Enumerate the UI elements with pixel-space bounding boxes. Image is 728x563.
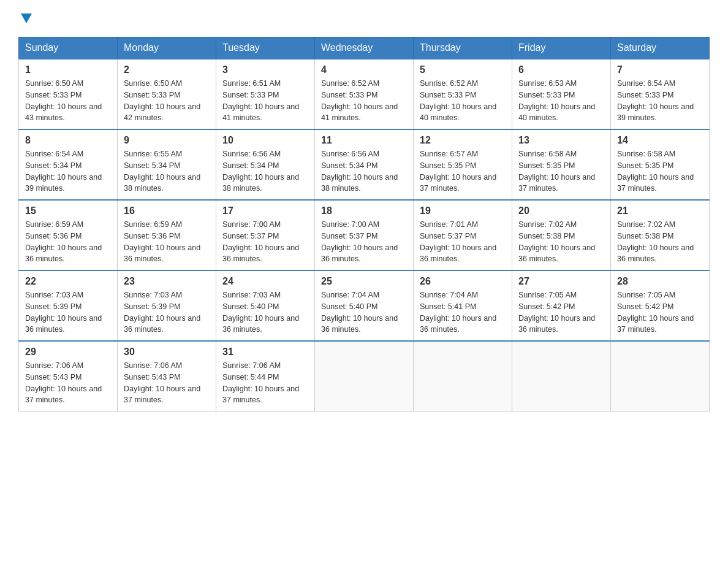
logo — [18, 12, 33, 25]
day-info: Sunrise: 7:00 AMSunset: 5:37 PMDaylight:… — [222, 219, 308, 265]
calendar-cell — [414, 341, 512, 412]
day-info: Sunrise: 6:52 AMSunset: 5:33 PMDaylight:… — [321, 78, 407, 124]
day-number: 30 — [124, 347, 210, 358]
day-info: Sunrise: 7:06 AMSunset: 5:43 PMDaylight:… — [25, 360, 111, 406]
calendar-cell: 27Sunrise: 7:05 AMSunset: 5:42 PMDayligh… — [512, 270, 611, 341]
day-info: Sunrise: 6:54 AMSunset: 5:34 PMDaylight:… — [25, 148, 111, 194]
day-info: Sunrise: 6:58 AMSunset: 5:35 PMDaylight:… — [518, 148, 604, 194]
day-number: 9 — [124, 135, 210, 146]
col-header-saturday: Saturday — [611, 37, 710, 59]
calendar-cell: 10Sunrise: 6:56 AMSunset: 5:34 PMDayligh… — [216, 129, 315, 200]
col-header-sunday: Sunday — [19, 37, 118, 59]
page-header — [18, 12, 710, 25]
col-header-wednesday: Wednesday — [315, 37, 414, 59]
calendar-cell: 13Sunrise: 6:58 AMSunset: 5:35 PMDayligh… — [512, 129, 611, 200]
calendar-cell: 3Sunrise: 6:51 AMSunset: 5:33 PMDaylight… — [216, 59, 315, 129]
logo-arrow-icon — [20, 11, 33, 25]
day-info: Sunrise: 6:59 AMSunset: 5:36 PMDaylight:… — [25, 219, 111, 265]
day-info: Sunrise: 6:59 AMSunset: 5:36 PMDaylight:… — [124, 219, 210, 265]
day-number: 15 — [25, 205, 111, 216]
calendar-cell: 24Sunrise: 7:03 AMSunset: 5:40 PMDayligh… — [216, 270, 315, 341]
calendar-cell: 16Sunrise: 6:59 AMSunset: 5:36 PMDayligh… — [118, 200, 216, 270]
day-info: Sunrise: 7:01 AMSunset: 5:37 PMDaylight:… — [420, 219, 506, 265]
day-number: 26 — [420, 276, 506, 287]
calendar-cell: 9Sunrise: 6:55 AMSunset: 5:34 PMDaylight… — [118, 129, 216, 200]
day-info: Sunrise: 7:03 AMSunset: 5:39 PMDaylight:… — [25, 289, 111, 335]
day-info: Sunrise: 7:02 AMSunset: 5:38 PMDaylight:… — [518, 219, 604, 265]
day-info: Sunrise: 7:06 AMSunset: 5:43 PMDaylight:… — [124, 360, 210, 406]
calendar-table: SundayMondayTuesdayWednesdayThursdayFrid… — [18, 37, 710, 412]
calendar-cell: 7Sunrise: 6:54 AMSunset: 5:33 PMDaylight… — [611, 59, 710, 129]
day-info: Sunrise: 6:50 AMSunset: 5:33 PMDaylight:… — [25, 78, 111, 124]
col-header-monday: Monday — [118, 37, 216, 59]
day-info: Sunrise: 6:58 AMSunset: 5:35 PMDaylight:… — [617, 148, 703, 194]
day-number: 20 — [518, 205, 604, 216]
day-info: Sunrise: 7:06 AMSunset: 5:44 PMDaylight:… — [222, 360, 308, 406]
day-number: 31 — [222, 347, 308, 358]
day-number: 16 — [124, 205, 210, 216]
calendar-cell — [512, 341, 611, 412]
calendar-cell: 17Sunrise: 7:00 AMSunset: 5:37 PMDayligh… — [216, 200, 315, 270]
week-row-1: 1Sunrise: 6:50 AMSunset: 5:33 PMDaylight… — [19, 59, 710, 129]
calendar-cell: 5Sunrise: 6:52 AMSunset: 5:33 PMDaylight… — [414, 59, 512, 129]
day-info: Sunrise: 6:51 AMSunset: 5:33 PMDaylight:… — [222, 78, 308, 124]
day-number: 21 — [617, 205, 703, 216]
calendar-cell: 28Sunrise: 7:05 AMSunset: 5:42 PMDayligh… — [611, 270, 710, 341]
day-info: Sunrise: 7:04 AMSunset: 5:40 PMDaylight:… — [321, 289, 407, 335]
calendar-cell: 23Sunrise: 7:03 AMSunset: 5:39 PMDayligh… — [118, 270, 216, 341]
day-info: Sunrise: 7:00 AMSunset: 5:37 PMDaylight:… — [321, 219, 407, 265]
day-info: Sunrise: 6:54 AMSunset: 5:33 PMDaylight:… — [617, 78, 703, 124]
day-number: 28 — [617, 276, 703, 287]
day-info: Sunrise: 7:05 AMSunset: 5:42 PMDaylight:… — [518, 289, 604, 335]
day-info: Sunrise: 7:04 AMSunset: 5:41 PMDaylight:… — [420, 289, 506, 335]
calendar-cell: 19Sunrise: 7:01 AMSunset: 5:37 PMDayligh… — [414, 200, 512, 270]
calendar-cell: 20Sunrise: 7:02 AMSunset: 5:38 PMDayligh… — [512, 200, 611, 270]
calendar-header-row: SundayMondayTuesdayWednesdayThursdayFrid… — [19, 37, 710, 59]
calendar-cell: 26Sunrise: 7:04 AMSunset: 5:41 PMDayligh… — [414, 270, 512, 341]
day-info: Sunrise: 6:56 AMSunset: 5:34 PMDaylight:… — [321, 148, 407, 194]
day-number: 23 — [124, 276, 210, 287]
calendar-cell: 2Sunrise: 6:50 AMSunset: 5:33 PMDaylight… — [118, 59, 216, 129]
day-number: 6 — [518, 64, 604, 75]
day-info: Sunrise: 6:55 AMSunset: 5:34 PMDaylight:… — [124, 148, 210, 194]
calendar-cell: 21Sunrise: 7:02 AMSunset: 5:38 PMDayligh… — [611, 200, 710, 270]
day-info: Sunrise: 7:03 AMSunset: 5:39 PMDaylight:… — [124, 289, 210, 335]
day-number: 12 — [420, 135, 506, 146]
calendar-cell — [315, 341, 414, 412]
day-number: 25 — [321, 276, 407, 287]
week-row-3: 15Sunrise: 6:59 AMSunset: 5:36 PMDayligh… — [19, 200, 710, 270]
day-number: 4 — [321, 64, 407, 75]
day-info: Sunrise: 7:03 AMSunset: 5:40 PMDaylight:… — [222, 289, 308, 335]
day-number: 19 — [420, 205, 506, 216]
day-number: 24 — [222, 276, 308, 287]
calendar-cell: 1Sunrise: 6:50 AMSunset: 5:33 PMDaylight… — [19, 59, 118, 129]
day-number: 13 — [518, 135, 604, 146]
week-row-5: 29Sunrise: 7:06 AMSunset: 5:43 PMDayligh… — [19, 341, 710, 412]
calendar-cell: 8Sunrise: 6:54 AMSunset: 5:34 PMDaylight… — [19, 129, 118, 200]
day-number: 5 — [420, 64, 506, 75]
day-number: 2 — [124, 64, 210, 75]
col-header-thursday: Thursday — [414, 37, 512, 59]
day-number: 27 — [518, 276, 604, 287]
day-info: Sunrise: 6:50 AMSunset: 5:33 PMDaylight:… — [124, 78, 210, 124]
day-number: 14 — [617, 135, 703, 146]
calendar-cell: 25Sunrise: 7:04 AMSunset: 5:40 PMDayligh… — [315, 270, 414, 341]
day-number: 7 — [617, 64, 703, 75]
day-info: Sunrise: 6:53 AMSunset: 5:33 PMDaylight:… — [518, 78, 604, 124]
calendar-cell: 4Sunrise: 6:52 AMSunset: 5:33 PMDaylight… — [315, 59, 414, 129]
svg-marker-0 — [21, 13, 32, 23]
calendar-cell: 18Sunrise: 7:00 AMSunset: 5:37 PMDayligh… — [315, 200, 414, 270]
calendar-cell: 14Sunrise: 6:58 AMSunset: 5:35 PMDayligh… — [611, 129, 710, 200]
calendar-cell: 12Sunrise: 6:57 AMSunset: 5:35 PMDayligh… — [414, 129, 512, 200]
col-header-friday: Friday — [512, 37, 611, 59]
calendar-cell: 22Sunrise: 7:03 AMSunset: 5:39 PMDayligh… — [19, 270, 118, 341]
day-number: 11 — [321, 135, 407, 146]
day-number: 1 — [25, 64, 111, 75]
calendar-cell: 29Sunrise: 7:06 AMSunset: 5:43 PMDayligh… — [19, 341, 118, 412]
day-info: Sunrise: 6:57 AMSunset: 5:35 PMDaylight:… — [420, 148, 506, 194]
calendar-cell: 15Sunrise: 6:59 AMSunset: 5:36 PMDayligh… — [19, 200, 118, 270]
day-number: 3 — [222, 64, 308, 75]
day-number: 10 — [222, 135, 308, 146]
day-number: 22 — [25, 276, 111, 287]
day-number: 29 — [25, 347, 111, 358]
